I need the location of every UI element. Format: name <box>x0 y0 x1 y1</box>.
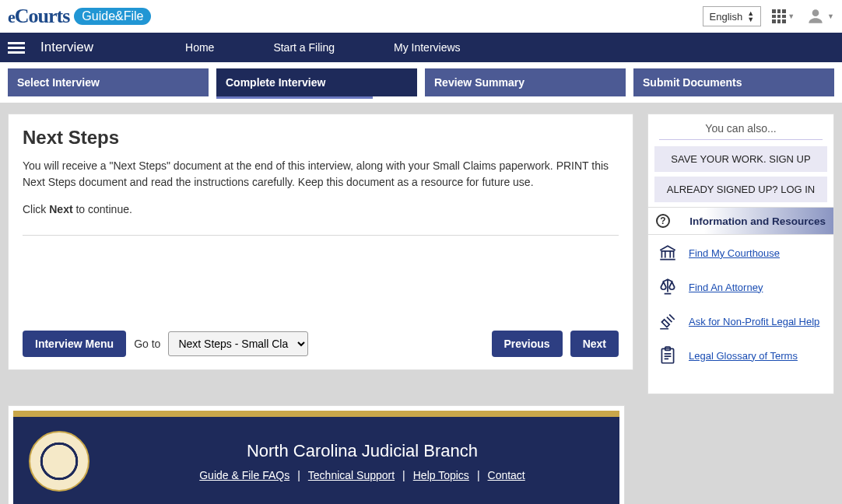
courthouse-icon <box>658 243 678 263</box>
top-bar: eCourts Guide&File English ▲▼ ▼ ▼ <box>0 0 842 33</box>
click-post: to continue. <box>73 203 132 215</box>
footer-link-contact[interactable]: Contact <box>488 469 525 481</box>
logo-prefix: e <box>8 7 15 26</box>
main-card: Next Steps You will receive a "Next Step… <box>8 114 633 370</box>
grid-icon <box>772 9 786 23</box>
step-review-summary[interactable]: Review Summary <box>425 68 626 96</box>
footer-link-help[interactable]: Help Topics <box>413 469 469 481</box>
resource-item-legalhelp: Ask for Non-Profit Legal Help <box>658 311 824 331</box>
click-next-line: Click Next to continue. <box>23 201 619 218</box>
intro-paragraph: You will receive a "Next Steps" document… <box>23 158 619 191</box>
previous-button[interactable]: Previous <box>492 331 563 357</box>
resource-link-glossary[interactable]: Legal Glossary of Terms <box>689 350 798 362</box>
step-complete-interview[interactable]: Complete Interview <box>216 68 417 96</box>
resource-item-courthouse: Find My Courthouse <box>658 243 824 263</box>
clipboard-icon <box>658 345 678 366</box>
resource-list: Find My Courthouse Find An Attorney Ask … <box>648 235 833 366</box>
step-select-interview[interactable]: Select Interview <box>8 68 209 96</box>
hamburger-menu[interactable] <box>8 40 25 56</box>
app-logo[interactable]: eCourts Guide&File <box>8 5 151 28</box>
controls-row: Interview Menu Go to Next Steps - Small … <box>23 331 619 357</box>
language-select[interactable]: English ▲▼ <box>703 6 762 26</box>
nav-title: Interview <box>40 40 93 55</box>
footer-links: Guide & File FAQs| Technical Support| He… <box>121 469 604 481</box>
apps-menu[interactable]: ▼ <box>772 9 795 23</box>
footer-link-faqs[interactable]: Guide & File FAQs <box>199 469 289 481</box>
login-button[interactable]: ALREADY SIGNED UP? LOG IN <box>654 177 827 202</box>
resource-link-attorney[interactable]: Find An Attorney <box>689 282 763 293</box>
footer-link-support[interactable]: Technical Support <box>308 469 395 481</box>
sidebar: You can also... SAVE YOUR WORK. SIGN UP … <box>647 114 834 394</box>
resource-link-courthouse[interactable]: Find My Courthouse <box>689 247 780 259</box>
goto-select[interactable]: Next Steps - Small Claims <box>168 331 308 356</box>
interview-menu-button[interactable]: Interview Menu <box>23 331 126 357</box>
sort-arrows-icon: ▲▼ <box>747 10 754 23</box>
nav-bar: Interview Home Start a Filing My Intervi… <box>0 33 842 62</box>
goto-label: Go to <box>134 338 160 350</box>
user-icon <box>805 6 826 26</box>
scales-icon <box>658 277 678 297</box>
language-label: English <box>710 11 743 23</box>
page-title: Next Steps <box>23 127 619 149</box>
footer-card: North Carolina Judicial Branch Guide & F… <box>8 405 625 504</box>
nav-start-filing[interactable]: Start a Filing <box>273 41 335 54</box>
caret-down-icon: ▼ <box>827 12 834 20</box>
user-menu[interactable]: ▼ <box>805 6 834 26</box>
question-icon: ? <box>656 214 670 228</box>
logo-main: Courts <box>15 5 70 27</box>
top-right-controls: English ▲▼ ▼ ▼ <box>703 6 834 26</box>
nav-my-interviews[interactable]: My Interviews <box>394 41 461 54</box>
gavel-icon <box>658 311 678 331</box>
info-resources-header: ? Information and Resources <box>648 207 833 235</box>
step-submit-documents[interactable]: Submit Documents <box>633 68 834 96</box>
resource-item-attorney: Find An Attorney <box>658 277 824 297</box>
info-header-text: Information and Resources <box>689 215 826 227</box>
resource-item-glossary: Legal Glossary of Terms <box>658 345 824 366</box>
sidebar-title: You can also... <box>648 122 833 135</box>
seal-icon <box>29 431 89 492</box>
next-button[interactable]: Next <box>570 331 619 357</box>
caret-down-icon: ▼ <box>788 12 795 20</box>
divider <box>23 235 619 236</box>
main-wrap: Next Steps You will receive a "Next Step… <box>0 103 842 405</box>
click-pre: Click <box>23 203 49 215</box>
svg-point-0 <box>812 9 819 16</box>
nav-home[interactable]: Home <box>185 41 214 54</box>
footer-title: North Carolina Judicial Branch <box>121 441 604 461</box>
steps-row: Select Interview Complete Interview Revi… <box>0 62 842 103</box>
footer-text: North Carolina Judicial Branch Guide & F… <box>121 441 604 481</box>
signup-button[interactable]: SAVE YOUR WORK. SIGN UP <box>654 146 827 172</box>
footer-inner: North Carolina Judicial Branch Guide & F… <box>13 411 619 504</box>
resource-link-legalhelp[interactable]: Ask for Non-Profit Legal Help <box>689 316 819 327</box>
click-bold: Next <box>49 203 72 215</box>
logo-badge: Guide&File <box>74 8 151 25</box>
